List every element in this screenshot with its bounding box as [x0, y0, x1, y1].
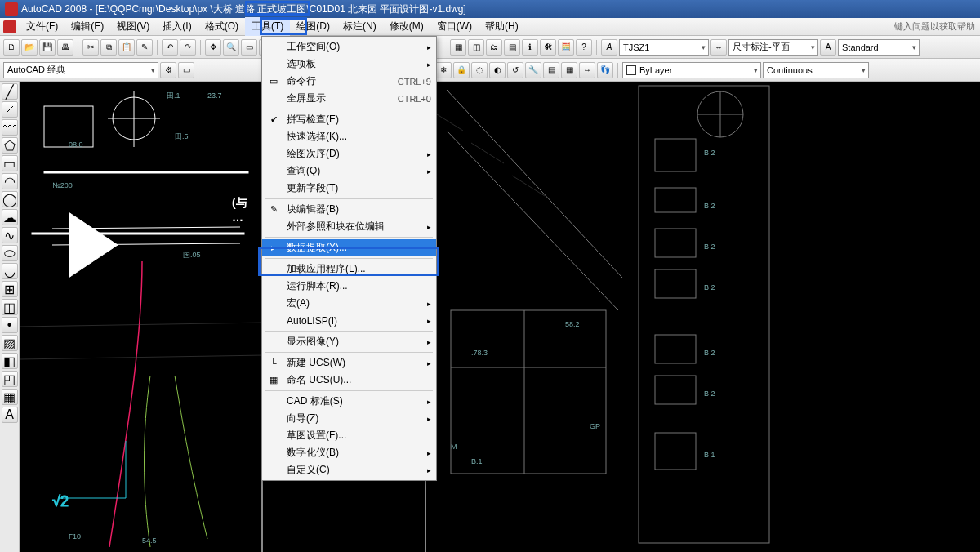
gradient-icon[interactable]: ◧	[2, 353, 18, 369]
props-icon[interactable]: ℹ	[522, 39, 538, 56]
region-icon[interactable]: ◰	[2, 371, 18, 387]
menuitem[interactable]: └新建 UCS(W)	[262, 354, 436, 372]
menuitem[interactable]: 查询(Q)	[262, 162, 436, 180]
menu-edit[interactable]: 编辑(E)	[65, 17, 110, 36]
hatch-icon[interactable]: ▨	[2, 335, 18, 351]
layer-walk-icon[interactable]: 👣	[597, 62, 613, 78]
menu-file[interactable]: 文件(F)	[20, 17, 65, 36]
layer-freeze-icon[interactable]: ❄	[435, 62, 452, 78]
circle-icon[interactable]: ◯	[2, 191, 18, 207]
app-menu-icon[interactable]	[3, 20, 16, 33]
insert-icon[interactable]: ⊞	[2, 281, 18, 297]
menuitem[interactable]: 加载应用程序(L)...	[262, 260, 436, 278]
makeblock-icon[interactable]: ◫	[2, 299, 18, 315]
menuitem[interactable]: 绘图次序(D)	[262, 145, 436, 162]
layer-manage-icon[interactable]: ▦	[561, 62, 577, 78]
workspace-gear-icon[interactable]: ⚙	[160, 62, 176, 78]
layer-iso-icon[interactable]: ◐	[489, 62, 506, 78]
help-icon[interactable]: ?	[576, 39, 592, 56]
ellipsearc-icon[interactable]: ◡	[2, 263, 18, 279]
menuitem[interactable]: 外部参照和块在位编辑	[262, 218, 436, 235]
linetype-combo[interactable]: Continuous	[763, 62, 869, 78]
menuitem[interactable]: 草图设置(F)...	[262, 427, 436, 444]
workspace-save-icon[interactable]: ▭	[178, 62, 194, 78]
spline-icon[interactable]: ∿	[2, 227, 18, 243]
menuitem[interactable]: 数字化仪(B)	[262, 444, 436, 461]
print-icon[interactable]: 🖶	[57, 39, 74, 56]
line-icon[interactable]: ╱	[2, 83, 18, 100]
menuitem[interactable]: 显示图像(Y)	[262, 333, 436, 350]
save-icon[interactable]: 💾	[39, 39, 56, 56]
annotation-style-combo[interactable]: TJSZ1	[619, 39, 709, 56]
menu-tools[interactable]: 工具(T)	[245, 17, 290, 36]
pan-icon[interactable]: ✥	[205, 39, 221, 56]
arc-icon[interactable]: ◠	[2, 173, 18, 189]
menuitem[interactable]: ✎块编辑器(B)	[262, 201, 436, 218]
layer-lock-icon[interactable]: 🔒	[453, 62, 470, 78]
xline-icon[interactable]: ⟋	[2, 101, 18, 118]
menuitem[interactable]: 选项板	[262, 56, 436, 73]
menu-help[interactable]: 帮助(H)	[479, 17, 525, 36]
sheet-icon[interactable]: 🗂	[486, 39, 502, 56]
pline-icon[interactable]: 〰	[2, 119, 18, 136]
point-icon[interactable]: •	[2, 317, 18, 333]
canvas-left[interactable]: √2 田.123.7 田.508.0 №200 国.05 Γ1054.5 (与 …	[20, 82, 263, 552]
ellipse-icon[interactable]: ⬭	[2, 245, 18, 261]
workspace-combo[interactable]: AutoCAD 经典	[3, 62, 158, 78]
menuitem[interactable]: 向导(Z)	[262, 410, 436, 427]
layer-match-icon[interactable]: ↔	[579, 62, 595, 78]
layer-tool-icon[interactable]: 🔧	[525, 62, 541, 78]
annotation-icon[interactable]: A	[601, 39, 617, 56]
paste-icon[interactable]: 📋	[118, 39, 135, 56]
canvas-right[interactable]: B 2B 2 B 2B 2 B 2B 2 B 1 .78.358.2 МВ.1 …	[426, 82, 980, 552]
menu-view[interactable]: 视图(V)	[110, 17, 156, 36]
layer-prev-icon[interactable]: ↺	[507, 62, 523, 78]
layout-icon[interactable]: ▤	[504, 39, 520, 56]
menuitem[interactable]: ▦命名 UCS(U)...	[262, 372, 436, 389]
calc-icon[interactable]: 🧮	[558, 39, 574, 56]
menuitem[interactable]: 快速选择(K)...	[262, 128, 436, 145]
dim-style-combo[interactable]: 尺寸标注-平面	[728, 39, 818, 56]
menu-window[interactable]: 窗口(W)	[430, 17, 479, 36]
new-icon[interactable]: 🗋	[3, 39, 20, 56]
menuitem[interactable]: ✔拼写检查(E)	[262, 111, 436, 128]
menu-draw[interactable]: 绘图(D)	[290, 17, 336, 36]
redo-icon[interactable]: ↷	[180, 39, 196, 56]
menuitem[interactable]: 更新字段(T)	[262, 180, 436, 197]
tools-icon[interactable]: 🛠	[540, 39, 556, 56]
menuitem[interactable]: 工作空间(O)	[262, 38, 436, 56]
text-style-combo[interactable]: Standard	[838, 39, 920, 56]
mtext-icon[interactable]: A	[2, 407, 18, 423]
table-icon[interactable]: ▦	[450, 39, 466, 56]
layer-off-icon[interactable]: ◌	[471, 62, 488, 78]
undo-icon[interactable]: ↶	[162, 39, 178, 56]
menuitem[interactable]: 宏(A)	[262, 295, 436, 312]
menuitem[interactable]: ▸数据提取(X)...	[262, 239, 436, 256]
menuitem[interactable]: 全屏显示CTRL+0	[262, 90, 436, 107]
menuitem[interactable]: ▭命令行CTRL+9	[262, 73, 436, 90]
text-style-icon[interactable]: A	[820, 39, 836, 56]
menuitem[interactable]: AutoLISP(I)	[262, 312, 436, 329]
revcloud-icon[interactable]: ☁	[2, 209, 18, 225]
rect-icon[interactable]: ▭	[2, 155, 18, 171]
menuitem[interactable]: CAD 标准(S)	[262, 393, 436, 410]
menu-format[interactable]: 格式(O)	[198, 17, 245, 36]
cut-icon[interactable]: ✂	[82, 39, 99, 56]
block-icon[interactable]: ◫	[468, 39, 484, 56]
menu-dim[interactable]: 标注(N)	[336, 17, 383, 36]
zoom-icon[interactable]: 🔍	[223, 39, 239, 56]
menuitem[interactable]: 自定义(C)	[262, 461, 436, 479]
dim-icon[interactable]: ↔	[710, 39, 727, 56]
layer-state-icon[interactable]: ▤	[543, 62, 559, 78]
copy-icon[interactable]: ⧉	[100, 39, 117, 56]
zoomwin-icon[interactable]: ▭	[241, 39, 257, 56]
open-icon[interactable]: 📂	[21, 39, 38, 56]
menu-modify[interactable]: 修改(M)	[383, 17, 430, 36]
help-prompt[interactable]: 键入问题以获取帮助	[894, 20, 980, 33]
layer-color-combo[interactable]: ByLayer	[622, 62, 761, 78]
menu-insert[interactable]: 插入(I)	[156, 17, 198, 36]
table-icon[interactable]: ▦	[2, 389, 18, 405]
match-icon[interactable]: ✎	[136, 39, 153, 56]
menuitem[interactable]: 运行脚本(R)...	[262, 278, 436, 295]
polygon-icon[interactable]: ⬠	[2, 137, 18, 154]
